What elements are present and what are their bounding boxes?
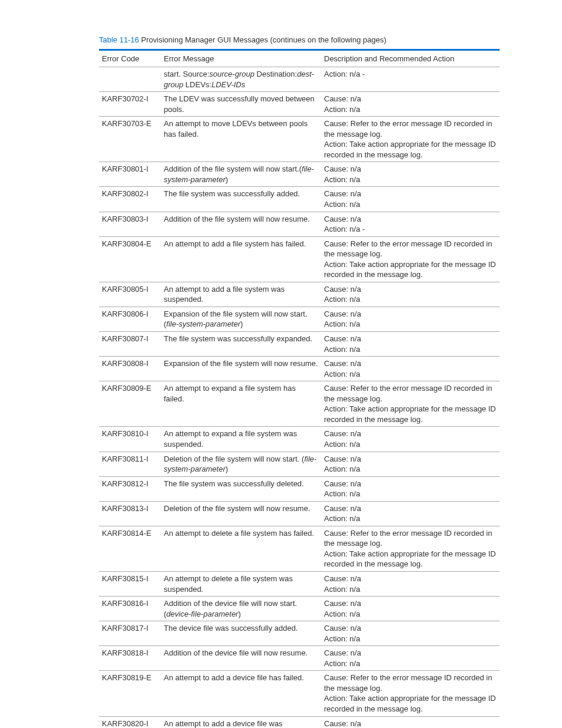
cell-error-message: An attempt to add a device file was susp…: [161, 716, 321, 728]
table-row: KARF30814-EAn attempt to delete a file s…: [99, 526, 500, 571]
cell-error-message: An attempt to expand a file system has f…: [161, 381, 321, 427]
cell-error-code: KARF30805-I: [99, 282, 161, 307]
table-row: KARF30807-IThe file system was successfu…: [99, 332, 500, 357]
cell-error-message: An attempt to add a file system has fail…: [161, 236, 321, 282]
cell-error-code: KARF30801-I: [99, 162, 161, 187]
cell-error-code: KARF30815-I: [99, 571, 161, 596]
cell-description: Cause: n/aAction: n/a: [321, 571, 500, 596]
cell-error-message: Expansion of the file system will now re…: [161, 357, 321, 381]
table-row: KARF30809-EAn attempt to expand a file s…: [99, 381, 500, 427]
table-row: KARF30815-IAn attempt to delete a file s…: [99, 571, 500, 596]
table-row: KARF30702-IThe LDEV was successfully mov…: [99, 92, 500, 117]
cell-description: Action: n/a -: [321, 67, 500, 92]
cell-description: Cause: n/aAction: n/a: [321, 282, 500, 307]
cell-description: Cause: n/aAction: n/a: [321, 187, 500, 212]
cell-description: Cause: Refer to the error message ID rec…: [321, 526, 500, 571]
cell-error-code: KARF30811-I: [99, 452, 161, 476]
cell-description: Cause: n/aAction: n/a: [321, 307, 500, 331]
cell-error-code: KARF30820-I: [99, 716, 161, 728]
cell-error-code: [99, 67, 161, 92]
cell-error-message: An attempt to add a device file has fail…: [161, 671, 321, 716]
table-row: KARF30803-IAddition of the file system w…: [99, 212, 500, 236]
cell-description: Cause: Refer to the error message ID rec…: [321, 236, 500, 282]
cell-error-message: An attempt to expand a file system was s…: [161, 427, 321, 452]
cell-error-code: KARF30809-E: [99, 381, 161, 427]
header-description: Description and Recommended Action: [321, 50, 500, 67]
cell-error-message: The file system was successfully added.: [161, 187, 321, 212]
cell-error-code: KARF30819-E: [99, 671, 161, 716]
cell-error-message: Deletion of the file system will now res…: [161, 501, 321, 526]
table-row: KARF30818-IAddition of the device file w…: [99, 646, 500, 671]
table-row: KARF30819-EAn attempt to add a device fi…: [99, 671, 500, 716]
cell-description: Cause: Refer to the error message ID rec…: [321, 381, 500, 427]
cell-error-code: KARF30814-E: [99, 526, 161, 571]
cell-description: Cause: n/aAction: n/a: [321, 427, 500, 452]
cell-description: Cause: n/aAction: n/a: [321, 92, 500, 117]
header-error-message: Error Message: [161, 50, 321, 67]
cell-description: Cause: Refer to the error message ID rec…: [321, 117, 500, 162]
cell-error-message: An attempt to delete a file system was s…: [161, 571, 321, 596]
cell-error-message: An attempt to delete a file system has f…: [161, 526, 321, 571]
cell-error-code: KARF30702-I: [99, 92, 161, 117]
cell-error-message: The LDEV was successfully moved between …: [161, 92, 321, 117]
table-row: KARF30802-IThe file system was successfu…: [99, 187, 500, 212]
cell-description: Cause: n/aAction: n/a: [321, 357, 500, 381]
table-row: KARF30811-IDeletion of the file system w…: [99, 452, 500, 476]
cell-error-message: Expansion of the file system will now st…: [161, 307, 321, 331]
cell-error-code: KARF30816-I: [99, 597, 161, 621]
cell-error-code: KARF30804-E: [99, 236, 161, 282]
cell-error-code: KARF30817-I: [99, 621, 161, 646]
cell-error-code: KARF30802-I: [99, 187, 161, 212]
table-caption-text: Provisioning Manager GUI Messages (conti…: [139, 35, 386, 44]
cell-description: Cause: n/aAction: n/a: [321, 501, 500, 526]
table-row: KARF30801-IAddition of the file system w…: [99, 162, 500, 187]
cell-error-code: KARF30808-I: [99, 357, 161, 381]
table-label: Table 11-16: [99, 35, 139, 44]
cell-description: Cause: n/aAction: n/a: [321, 597, 500, 621]
cell-error-message: The file system was successfully deleted…: [161, 476, 321, 501]
cell-error-code: KARF30810-I: [99, 427, 161, 452]
cell-description: Cause: n/aAction: n/a -: [321, 212, 500, 236]
cell-error-code: KARF30818-I: [99, 646, 161, 671]
cell-description: Cause: n/aAction: n/a: [321, 332, 500, 357]
cell-error-code: KARF30803-I: [99, 212, 161, 236]
cell-error-message: Addition of the device file will now sta…: [161, 597, 321, 621]
table-row: KARF30810-IAn attempt to expand a file s…: [99, 427, 500, 452]
cell-error-message: An attempt to move LDEVs between pools h…: [161, 117, 321, 162]
table-caption: Table 11-16 Provisioning Manager GUI Mes…: [99, 35, 527, 44]
cell-error-code: KARF30807-I: [99, 332, 161, 357]
cell-error-code: KARF30806-I: [99, 307, 161, 331]
cell-error-code: KARF30703-E: [99, 117, 161, 162]
table-row: KARF30813-IDeletion of the file system w…: [99, 501, 500, 526]
header-error-code: Error Code: [99, 50, 161, 67]
cell-error-message: Addition of the file system will now sta…: [161, 162, 321, 187]
table-row: KARF30817-IThe device file was successfu…: [99, 621, 500, 646]
table-row: KARF30812-IThe file system was successfu…: [99, 476, 500, 501]
cell-description: Cause: n/aAction: n/a: [321, 162, 500, 187]
cell-description: Cause: Refer to the error message ID rec…: [321, 671, 500, 716]
table-row: KARF30804-EAn attempt to add a file syst…: [99, 236, 500, 282]
cell-error-message: Addition of the file system will now res…: [161, 212, 321, 236]
cell-error-message: Deletion of the file system will now sta…: [161, 452, 321, 476]
cell-description: Cause: n/aAction: n/a: [321, 646, 500, 671]
table-row: KARF30805-IAn attempt to add a file syst…: [99, 282, 500, 307]
table-row: start. Source:source-group Destination:d…: [99, 67, 500, 92]
cell-error-message: An attempt to add a file system was susp…: [161, 282, 321, 307]
cell-description: Cause: n/aAction: n/a: [321, 716, 500, 728]
cell-error-message: The device file was successfully added.: [161, 621, 321, 646]
table-row: KARF30703-EAn attempt to move LDEVs betw…: [99, 117, 500, 162]
cell-error-message: The file system was successfully expande…: [161, 332, 321, 357]
cell-description: Cause: n/aAction: n/a: [321, 476, 500, 501]
cell-description: Cause: n/aAction: n/a: [321, 621, 500, 646]
table-header-row: Error Code Error Message Description and…: [99, 50, 500, 67]
table-row: KARF30816-IAddition of the device file w…: [99, 597, 500, 621]
cell-description: Cause: n/aAction: n/a: [321, 452, 500, 476]
table-row: KARF30806-IExpansion of the file system …: [99, 307, 500, 331]
messages-table: Error Code Error Message Description and…: [99, 49, 500, 728]
cell-error-code: KARF30813-I: [99, 501, 161, 526]
cell-error-message: start. Source:source-group Destination:d…: [161, 67, 321, 92]
table-row: KARF30808-IExpansion of the file system …: [99, 357, 500, 381]
cell-error-message: Addition of the device file will now res…: [161, 646, 321, 671]
cell-error-code: KARF30812-I: [99, 476, 161, 501]
table-row: KARF30820-IAn attempt to add a device fi…: [99, 716, 500, 728]
